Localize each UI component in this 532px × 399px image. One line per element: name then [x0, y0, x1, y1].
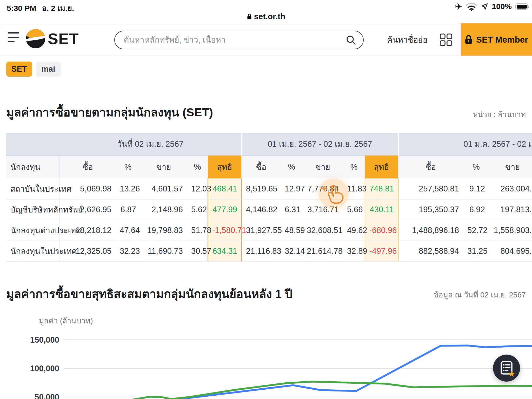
- location-services-icon: [481, 3, 488, 10]
- market-tabs: SET mai: [6, 62, 61, 77]
- search-box[interactable]: [114, 31, 364, 49]
- table-row: นักลงทุนในประเทศ 12,325.05 32.23 11,690.…: [6, 241, 532, 262]
- table-row: บัญชีบริษัทหลักทรัพย์ 2,626.95 6.87 2,14…: [6, 199, 532, 220]
- divider: [433, 23, 433, 56]
- col-header-buy: ซื้อ: [398, 155, 463, 178]
- set-logo-text: SET: [48, 30, 79, 48]
- divider: [0, 56, 532, 56]
- symbol-lookup-link[interactable]: ค้นหาชื่อย่อ: [382, 23, 432, 56]
- group-header-ytd: 01 ม.ค. 2567 - 02 เ: [398, 133, 532, 155]
- search-icon[interactable]: [345, 35, 356, 45]
- member-button-label: SET Member: [476, 35, 528, 45]
- col-header-sell: ขาย: [303, 155, 343, 178]
- battery-icon: [515, 3, 528, 10]
- url-domain: set.or.th: [254, 12, 285, 21]
- set-logo[interactable]: SET: [26, 29, 79, 48]
- col-header-pct: %: [463, 155, 489, 178]
- watchlist-fab-button[interactable]: ★: [493, 355, 520, 382]
- ssl-lock-icon: [247, 13, 252, 20]
- investor-name: บัญชีบริษัทหลักทรัพย์: [6, 199, 60, 220]
- net-value: 468.41: [208, 178, 242, 199]
- menu-icon[interactable]: [8, 32, 20, 46]
- set-member-button[interactable]: SET Member: [461, 23, 532, 56]
- col-header-investor: นักลงทุน: [6, 155, 60, 178]
- col-header-pct: %: [281, 155, 303, 178]
- col-header-net: สุทธิ: [208, 155, 242, 178]
- wifi-icon: [466, 2, 477, 11]
- net-value: -497.96: [365, 241, 398, 262]
- investor-name: นักลงทุนต่างประเทศ: [6, 220, 60, 241]
- net-value: 477.99: [208, 199, 242, 220]
- group-header-daily: วันที่ 02 เม.ย. 2567: [60, 133, 242, 155]
- tab-mai[interactable]: mai: [36, 62, 61, 77]
- group-header-mtd: 01 เม.ย. 2567 - 02 เม.ย. 2567: [242, 133, 398, 155]
- table-row: สถาบันในประเทศ 5,069.98 13.26 4,601.57 1…: [6, 178, 532, 199]
- group-header-blank: [6, 133, 60, 155]
- member-lock-icon: [465, 35, 473, 45]
- investor-name: นักลงทุนในประเทศ: [6, 241, 60, 262]
- section2-title: มูลค่าการซื้อขายสุทธิสะสมตามกลุ่มนักลงทุ…: [6, 284, 292, 303]
- airplane-mode-icon: ✈: [455, 2, 462, 11]
- swipe-hand-icon: [321, 182, 346, 206]
- search-input[interactable]: [124, 35, 345, 45]
- net-value: 430.11: [365, 199, 398, 220]
- col-header-buy: ซื้อ: [60, 155, 116, 178]
- tab-set[interactable]: SET: [6, 62, 32, 77]
- col-header-pct: %: [187, 155, 208, 178]
- svg-text:50,000: 50,000: [35, 393, 59, 399]
- apps-grid-icon[interactable]: [440, 33, 453, 46]
- col-header-pct: %: [116, 155, 140, 178]
- investor-table: วันที่ 02 เม.ย. 2567 01 เม.ย. 2567 - 02 …: [6, 133, 532, 262]
- battery-percent: 100%: [492, 2, 512, 11]
- set-logo-mark-icon: [26, 29, 45, 48]
- net-value: 634.31: [208, 241, 242, 262]
- net-value: 748.81: [365, 178, 398, 199]
- unit-note: หน่วย : ล้านบาท: [473, 109, 526, 121]
- col-header-sell: ขาย: [489, 155, 532, 178]
- investor-table-scroll-area[interactable]: วันที่ 02 เม.ย. 2567 01 เม.ย. 2567 - 02 …: [6, 133, 532, 262]
- svg-text:100,000: 100,000: [30, 364, 59, 373]
- col-header-buy: ซื้อ: [242, 155, 281, 178]
- svg-text:150,000: 150,000: [30, 335, 59, 344]
- table-group-header-row: วันที่ 02 เม.ย. 2567 01 เม.ย. 2567 - 02 …: [6, 133, 532, 155]
- net-value: -680.96: [365, 220, 398, 241]
- section1-title: มูลค่าการซื้อขายตามกลุ่มนักลงทุน (SET): [6, 103, 213, 122]
- site-header: SET ค้นหาชื่อย่อ SET Member: [0, 23, 532, 56]
- col-header-pct: %: [343, 155, 365, 178]
- table-subheader-row: นักลงทุน ซื้อ % ขาย % สุทธิ ซื้อ % ขาย %…: [6, 155, 532, 178]
- browser-url-bar[interactable]: set.or.th: [0, 10, 532, 23]
- investor-name: สถาบันในประเทศ: [6, 178, 60, 199]
- as-of-note: ข้อมูล ณ วันที่ 02 เม.ย. 2567: [434, 289, 526, 301]
- col-header-sell: ขาย: [140, 155, 187, 178]
- star-icon: ★: [508, 370, 515, 378]
- table-row: นักลงทุนต่างประเทศ 18,218.12 47.64 19,79…: [6, 220, 532, 241]
- chart-y-axis-label: มูลค่า (ล้านบาท): [39, 315, 93, 327]
- touch-cursor-overlay: [319, 179, 348, 208]
- col-header-net: สุทธิ: [365, 155, 398, 178]
- net-value: -1,580.71: [208, 220, 242, 241]
